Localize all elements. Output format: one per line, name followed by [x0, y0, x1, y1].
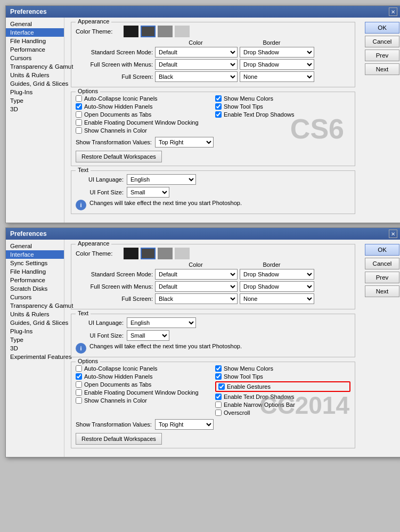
- sidebar-item-interface-cc2014[interactable]: Interface: [6, 250, 64, 259]
- close-button-cc2014[interactable]: ✕: [389, 230, 397, 238]
- swatch-lightgray-cc2014[interactable]: [175, 248, 190, 259]
- dialog-titlebar-cc2014: Preferences ✕: [6, 228, 400, 240]
- show-channels-check-cs6[interactable]: [76, 127, 82, 134]
- color-theme-label-cc2014: Color Theme:: [76, 250, 124, 257]
- ok-button-cs6[interactable]: OK: [365, 22, 399, 34]
- sidebar-item-guides-cc2014[interactable]: Guides, Grid & Slices: [6, 318, 64, 327]
- sidebar-item-general-cc2014[interactable]: General: [6, 242, 64, 250]
- enable-floating-check-cs6[interactable]: [76, 119, 82, 126]
- sidebar-item-sync-cc2014[interactable]: Sync Settings: [6, 259, 64, 267]
- text-section-cc2014: Text UI Language: English UI Font Size: …: [71, 314, 355, 357]
- font-size-row-cs6: UI Font Size: Small Medium Large: [76, 187, 350, 198]
- transform-select-cs6[interactable]: Top Right Top Left Bottom Right Bottom L…: [155, 137, 214, 148]
- show-tooltips-check-cs6[interactable]: [215, 103, 222, 110]
- appearance-label-cc2014: Appearance: [76, 240, 111, 247]
- show-menu-colors-label-cc2014: Show Menu Colors: [224, 365, 273, 372]
- sidebar-item-scratch-cc2014[interactable]: Scratch Disks: [6, 284, 64, 293]
- sidebar-item-3d-cs6[interactable]: 3D: [6, 105, 64, 113]
- fullscreen-border-select-cc2014[interactable]: None Drop Shadow Line: [240, 293, 314, 304]
- sidebar-item-type-cs6[interactable]: Type: [6, 96, 64, 105]
- info-text-cs6: Changes will take effect the next time y…: [89, 200, 242, 206]
- show-channels-label-cs6: Show Channels in Color: [84, 127, 147, 134]
- show-menu-colors-check-cc2014[interactable]: [215, 365, 222, 372]
- sidebar-item-performance-cc2014[interactable]: Performance: [6, 276, 64, 284]
- restore-button-cs6[interactable]: Restore Default Workspaces: [76, 151, 162, 162]
- sidebar-item-type-cc2014[interactable]: Type: [6, 335, 64, 344]
- swatch-black-cs6[interactable]: [124, 26, 138, 37]
- enable-text-drop-check-cs6[interactable]: [215, 111, 222, 118]
- language-select-cs6[interactable]: English: [127, 174, 196, 185]
- fullscreen-menus-border-select-cc2014[interactable]: Drop Shadow Line None: [240, 281, 314, 292]
- restore-button-cc2014[interactable]: Restore Default Workspaces: [76, 433, 162, 445]
- color-theme-row-cs6: Color Theme:: [76, 26, 350, 37]
- cancel-button-cs6[interactable]: Cancel: [365, 36, 399, 47]
- prev-button-cs6[interactable]: Prev: [365, 50, 399, 61]
- swatch-lightgray-cs6[interactable]: [175, 26, 190, 37]
- info-text-cc2014: Changes will take effect the next time y…: [89, 343, 242, 349]
- fullscreen-color-select-cs6[interactable]: Black Default: [155, 71, 238, 82]
- open-tabs-check-cs6[interactable]: [76, 111, 82, 118]
- sidebar-item-plugins-cc2014[interactable]: Plug-Ins: [6, 327, 64, 335]
- show-tooltips-check-cc2014[interactable]: [215, 373, 222, 380]
- theme-swatches-cs6: [124, 26, 190, 37]
- main-content-cc2014: Appearance Color Theme: Color Border: [64, 240, 362, 457]
- sidebar-item-general-cs6[interactable]: General: [6, 20, 64, 28]
- sidebar-item-performance-cs6[interactable]: Performance: [6, 45, 64, 54]
- fullscreen-menus-border-select-cs6[interactable]: Drop Shadow Line None: [240, 59, 314, 70]
- fullscreen-color-select-cc2014[interactable]: Black Default: [155, 293, 238, 304]
- sidebar-item-guides-cs6[interactable]: Guides, Grid & Slices: [6, 79, 64, 88]
- sidebar-item-interface-cs6[interactable]: Interface: [6, 28, 64, 37]
- swatch-medgray-cc2014[interactable]: [158, 248, 173, 259]
- ok-button-cc2014[interactable]: OK: [365, 244, 399, 256]
- cancel-button-cc2014[interactable]: Cancel: [365, 258, 399, 269]
- sidebar-item-cursors-cc2014[interactable]: Cursors: [6, 293, 64, 301]
- open-tabs-check-cc2014[interactable]: [76, 381, 82, 388]
- sidebar-item-transparency-cs6[interactable]: Transparency & Gamut: [6, 62, 64, 71]
- prev-button-cc2014[interactable]: Prev: [365, 272, 399, 283]
- close-button-cs6[interactable]: ✕: [389, 7, 397, 16]
- auto-collapse-check-cs6[interactable]: [76, 95, 82, 102]
- auto-show-check-cc2014[interactable]: [76, 373, 82, 380]
- transform-select-cc2014[interactable]: Top Right Top Left Bottom Right Bottom L…: [155, 419, 214, 430]
- sidebar-item-units-cc2014[interactable]: Units & Rulers: [6, 310, 64, 318]
- fullscreen-menus-color-select-cs6[interactable]: Default Black: [155, 59, 238, 70]
- show-channels-check-cc2014[interactable]: [76, 397, 82, 404]
- show-menu-colors-check-cs6[interactable]: [215, 95, 222, 102]
- sidebar-item-experimental-cc2014[interactable]: Experimental Features: [6, 353, 64, 361]
- standard-color-select-cs6[interactable]: Default Black Gray Custom: [155, 47, 238, 58]
- fullscreen-menus-color-select-cc2014[interactable]: Default Black: [155, 281, 238, 292]
- enable-text-drop-label-cs6: Enable Text Drop Shadows: [224, 111, 295, 118]
- enable-narrow-check-cc2014[interactable]: [215, 402, 222, 408]
- font-size-select-cs6[interactable]: Small Medium Large: [127, 187, 169, 198]
- auto-collapse-check-cc2014[interactable]: [76, 365, 82, 372]
- sidebar-item-units-cs6[interactable]: Units & Rulers: [6, 71, 64, 79]
- next-button-cc2014[interactable]: Next: [365, 285, 399, 297]
- sidebar-item-filehandling-cc2014[interactable]: File Handling: [6, 267, 64, 276]
- standard-color-select-cc2014[interactable]: Default Black: [155, 269, 238, 280]
- enable-floating-check-cc2014[interactable]: [76, 389, 82, 396]
- sidebar-item-cursors-cs6[interactable]: Cursors: [6, 54, 64, 62]
- enable-gestures-check-cc2014[interactable]: [218, 383, 225, 390]
- info-row-cc2014: i Changes will take effect the next time…: [76, 343, 350, 354]
- standard-border-select-cs6[interactable]: Drop Shadow Line None: [240, 47, 314, 58]
- swatch-medgray-cs6[interactable]: [158, 26, 173, 37]
- swatch-black-cc2014[interactable]: [124, 248, 138, 259]
- swatch-darkgray-cc2014[interactable]: [141, 248, 156, 259]
- swatch-darkgray-cs6[interactable]: [141, 26, 156, 37]
- sidebar-item-filehandling-cs6[interactable]: File Handling: [6, 37, 64, 45]
- info-icon-cc2014: i: [76, 343, 86, 354]
- standard-border-select-cc2014[interactable]: Drop Shadow Line None: [240, 269, 314, 280]
- enable-text-drop-check-cc2014[interactable]: [215, 394, 222, 400]
- transform-label-cc2014: Show Transformation Values:: [76, 421, 152, 428]
- next-button-cs6[interactable]: Next: [365, 63, 399, 75]
- font-size-select-cc2014[interactable]: Small Medium Large: [127, 330, 169, 341]
- fullscreen-border-select-cs6[interactable]: None Drop Shadow Line: [240, 71, 314, 82]
- overscroll-check-cc2014[interactable]: [215, 410, 222, 416]
- overscroll-label-cc2014: Overscroll: [224, 410, 250, 416]
- font-size-label-cc2014: UI Font Size:: [76, 332, 124, 339]
- sidebar-item-transparency-cc2014[interactable]: Transparency & Gamut: [6, 301, 64, 310]
- sidebar-item-plugins-cs6[interactable]: Plug-Ins: [6, 88, 64, 96]
- sidebar-item-3d-cc2014[interactable]: 3D: [6, 344, 64, 353]
- auto-show-check-cs6[interactable]: [76, 103, 82, 110]
- language-select-cc2014[interactable]: English: [127, 317, 196, 328]
